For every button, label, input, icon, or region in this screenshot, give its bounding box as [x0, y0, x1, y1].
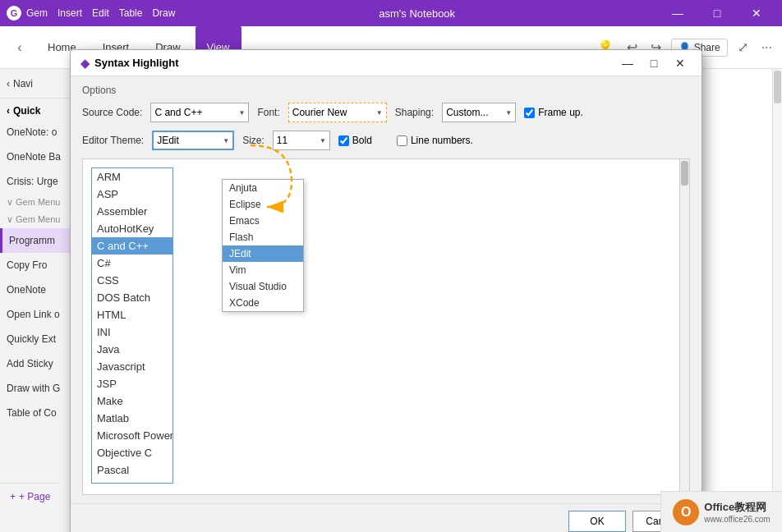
syntax-highlight-dialog: ◆ Syntax Highlight — □ ✕ Options Source … — [70, 49, 702, 532]
line-numbers-wrapper[interactable]: Line numbers. — [397, 135, 473, 146]
dialog-scrollbar[interactable] — [679, 159, 689, 494]
frame-up-checkbox[interactable] — [524, 108, 535, 118]
language-list[interactable]: ARM ASP Assembler AutoHotKey C and C++ C… — [91, 167, 173, 484]
font-label: Font: — [257, 107, 279, 118]
shaping-select-wrapper[interactable]: Custom... — [442, 103, 516, 122]
lang-asp[interactable]: ASP — [92, 186, 172, 203]
page-tab[interactable]: + + Page — [0, 483, 60, 509]
dialog-body: Options Source Code: C and C++ Font: Cou… — [71, 76, 702, 503]
watermark-sub: www.office26.com — [704, 515, 770, 524]
lang-arm[interactable]: ARM — [92, 168, 172, 186]
sidebar-item-onenote[interactable]: OneNote: o — [0, 120, 73, 144]
dialog-maximize-button[interactable]: □ — [642, 53, 665, 73]
gem-bar-item-gem[interactable]: Gem — [26, 7, 48, 19]
lang-assembler[interactable]: Assembler — [92, 203, 172, 220]
lang-dosbatch[interactable]: DOS Batch — [92, 289, 172, 306]
sidebar-item-addsticky[interactable]: Add Sticky — [0, 351, 73, 376]
sidebar-content: ‹ Quick OneNote: o OneNote Ba Crisis: Ur… — [0, 99, 73, 429]
sidebar-gem-menu-1[interactable]: ∨ Gem Menu — [0, 194, 73, 211]
maximize-button[interactable]: □ — [698, 0, 736, 26]
page-label: + Page — [19, 491, 50, 502]
sidebar-item-onenoteba[interactable]: OneNote Ba — [0, 144, 73, 169]
theme-flash[interactable]: Flash — [223, 229, 303, 245]
sidebar-item-quickly[interactable]: Quickly Ext — [0, 327, 73, 351]
editor-theme-select-wrapper[interactable]: JEdit — [152, 131, 234, 150]
quick-label: Quick — [13, 105, 40, 117]
back-button[interactable]: ‹ — [7, 34, 33, 61]
lang-html[interactable]: HTML — [92, 306, 172, 323]
lang-java[interactable]: Java — [92, 341, 172, 358]
theme-eclipse[interactable]: Eclipse — [223, 196, 303, 213]
sidebar-top: ‹ Navi — [0, 69, 73, 99]
line-numbers-checkbox[interactable] — [397, 135, 407, 146]
sidebar-item-programm[interactable]: Programm — [0, 228, 73, 253]
shaping-select[interactable]: Custom... — [443, 103, 505, 122]
sidebar-item-toc[interactable]: Table of Co — [0, 401, 73, 425]
gem-bar-item-table[interactable]: Table — [119, 7, 143, 19]
more-icon[interactable]: ··· — [758, 37, 775, 58]
dialog-minimize-button[interactable]: — — [616, 53, 639, 73]
dialog-title: Syntax Highlight — [94, 57, 179, 69]
lang-pascal[interactable]: Pascal — [92, 461, 172, 479]
dialog-title-left: ◆ Syntax Highlight — [80, 57, 179, 70]
lang-perl[interactable]: Perl — [92, 479, 172, 484]
lang-javascript[interactable]: Javascript — [92, 358, 172, 375]
frame-up-wrapper[interactable]: Frame up. — [524, 107, 583, 118]
bold-checkbox[interactable] — [338, 135, 349, 146]
sidebar-item-copyfro[interactable]: Copy Fro — [0, 253, 73, 277]
theme-anjuta[interactable]: Anjuta — [223, 180, 303, 196]
theme-visualstudio[interactable]: Visual Studio — [223, 278, 303, 295]
title-bar-left: G Gem Insert Edit Table Draw — [7, 6, 175, 21]
syntax-icon: ◆ — [80, 57, 90, 70]
theme-xcode[interactable]: XCode — [223, 295, 303, 311]
source-code-label: Source Code: — [82, 107, 142, 118]
size-select-wrapper[interactable]: 11 — [273, 131, 330, 150]
lang-make[interactable]: Make — [92, 392, 172, 410]
theme-jedit[interactable]: JEdit — [223, 245, 303, 262]
theme-vim[interactable]: Vim — [223, 262, 303, 278]
gem-bar-item-edit[interactable]: Edit — [92, 7, 109, 19]
source-code-select[interactable]: C and C++ — [151, 103, 219, 122]
navi-label: Navi — [13, 78, 33, 89]
lang-objectivec[interactable]: Objective C — [92, 444, 172, 461]
bold-wrapper[interactable]: Bold — [338, 135, 372, 146]
dialog-scrollbar-thumb — [681, 161, 688, 186]
frame-up-label: Frame up. — [538, 107, 583, 118]
back-icon[interactable]: ‹ — [7, 78, 10, 89]
source-code-select-wrapper[interactable]: C and C++ — [150, 103, 249, 122]
editor-theme-select[interactable]: JEdit — [154, 132, 196, 149]
editor-theme-dropdown[interactable]: Anjuta Eclipse Emacs Flash JEdit Vim Vis… — [222, 179, 304, 312]
form-row-1: Source Code: C and C++ Font: Courier New… — [82, 103, 690, 122]
lang-ini[interactable]: INI — [92, 323, 172, 341]
lang-csharp[interactable]: C# — [92, 255, 172, 272]
sidebar-item-onenote2[interactable]: OneNote — [0, 277, 73, 302]
expand-icon[interactable]: ⤢ — [734, 36, 752, 58]
scrollbar-thumb — [774, 71, 781, 103]
quick-back-icon[interactable]: ‹ — [7, 105, 10, 117]
lang-matlab[interactable]: Matlab — [92, 410, 172, 427]
size-select[interactable]: 11 — [274, 131, 305, 149]
font-select[interactable]: Courier New — [289, 103, 364, 122]
ok-button[interactable]: OK — [568, 511, 626, 532]
dialog-close-button[interactable]: ✕ — [669, 53, 692, 73]
gem-bar-item-insert[interactable]: Insert — [58, 7, 82, 19]
lang-mspowershell[interactable]: Microsoft PowerShe — [92, 427, 172, 444]
close-button[interactable]: ✕ — [738, 0, 775, 26]
watermark: O Office教程网 www.office26.com — [660, 491, 782, 532]
note-scrollbar[interactable] — [772, 69, 782, 509]
theme-emacs[interactable]: Emacs — [223, 213, 303, 229]
gem-bar-item-draw[interactable]: Draw — [152, 7, 175, 19]
sidebar-item-crisis[interactable]: Crisis: Urge — [0, 169, 73, 194]
lang-candcpp[interactable]: C and C++ — [92, 237, 172, 255]
dialog-footer: OK Cancel — [71, 503, 702, 532]
options-label: Options — [82, 85, 690, 96]
minimize-button[interactable]: — — [659, 0, 697, 26]
sidebar-item-openlink[interactable]: Open Link o — [0, 302, 73, 327]
sidebar-item-drawwith[interactable]: Draw with G — [0, 376, 73, 401]
lang-jsp[interactable]: JSP — [92, 375, 172, 392]
lang-autohotkey[interactable]: AutoHotKey — [92, 220, 172, 237]
font-select-wrapper[interactable]: Courier New — [288, 103, 387, 122]
lang-css[interactable]: CSS — [92, 272, 172, 289]
sidebar-gem-menu-2[interactable]: ∨ Gem Menu — [0, 211, 73, 228]
dialog-controls: — □ ✕ — [616, 53, 692, 73]
